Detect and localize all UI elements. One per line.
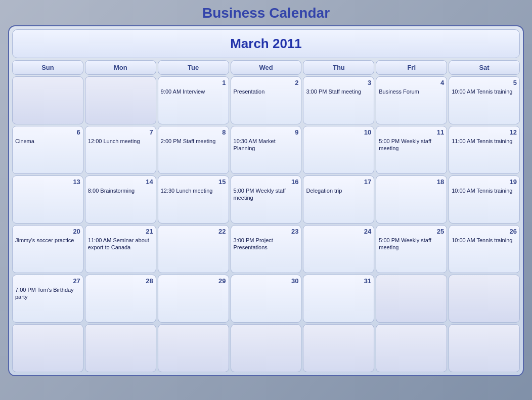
day-cell: 30: [231, 275, 302, 323]
page-title: Business Calendar: [5, 5, 527, 21]
day-cell: 910:30 AM Market Planning: [231, 126, 302, 174]
day-cell: 33:00 PM Staff meeting: [303, 76, 374, 124]
day-event: 10:30 AM Market Planning: [234, 138, 299, 152]
day-header-sun: Sun: [12, 60, 83, 75]
day-cell: [231, 324, 302, 372]
day-cell: 712:00 Lunch meeting: [85, 126, 156, 174]
day-number: 29: [161, 277, 226, 285]
day-number: 12: [452, 128, 517, 136]
day-cell: [303, 324, 374, 372]
day-number: 18: [379, 178, 444, 186]
day-number: 21: [88, 228, 153, 235]
day-event: 5:00 PM Weekly staff meeting: [379, 237, 444, 251]
day-number: 26: [452, 228, 517, 235]
day-cell: 2111:00 AM Seminar about export to Canad…: [85, 225, 156, 273]
day-cell: [376, 275, 447, 323]
day-cell: 19:00 AM Interview: [158, 76, 229, 124]
day-header-fri: Fri: [376, 60, 447, 75]
day-number: 28: [88, 277, 153, 285]
day-cell: [12, 324, 83, 372]
day-header-thu: Thu: [303, 60, 374, 75]
day-number: 13: [15, 178, 80, 186]
month-title: March 2011: [19, 36, 513, 52]
day-header-wed: Wed: [231, 60, 302, 75]
day-cell: [85, 324, 156, 372]
day-number: 24: [306, 228, 371, 235]
day-event: 2:00 PM Staff meeting: [161, 138, 226, 145]
day-number: 22: [161, 228, 226, 235]
day-cell: 24: [303, 225, 374, 273]
day-cell: 1910:00 AM Tennis training: [449, 175, 520, 224]
day-number: 9: [234, 128, 299, 136]
day-event: 5:00 PM Weekly staff meeting: [379, 138, 444, 152]
day-event: 3:00 PM Staff meeting: [306, 88, 371, 95]
calendar-grid: SunMonTueWedThuFriSat19:00 AM Interview2…: [12, 60, 520, 372]
day-cell: 165:00 PM Weekly staff meeting: [231, 175, 302, 224]
day-number: 17: [306, 178, 371, 186]
day-cell: 510:00 AM Tennis training: [449, 76, 520, 124]
month-header: March 2011: [12, 29, 520, 58]
day-number: 1: [161, 79, 226, 86]
day-header-tue: Tue: [158, 60, 229, 75]
day-cell: 29: [158, 275, 229, 323]
day-cell: 17Delegation trip: [303, 175, 374, 224]
day-number: 23: [234, 228, 299, 235]
day-cell: 82:00 PM Staff meeting: [158, 126, 229, 174]
day-event: Business Forum: [379, 88, 444, 95]
calendar-container: March 2011 SunMonTueWedThuFriSat19:00 AM…: [8, 25, 524, 376]
day-cell: [158, 324, 229, 372]
day-cell: 2610:00 AM Tennis training: [449, 225, 520, 273]
day-number: 20: [15, 228, 80, 235]
day-number: 2: [234, 79, 299, 86]
day-cell: 277:00 PM Tom's Birthday party: [12, 275, 83, 323]
day-number: 30: [234, 277, 299, 285]
day-number: 25: [379, 228, 444, 235]
day-number: 16: [234, 178, 299, 186]
day-cell: 2Presentation: [231, 76, 302, 124]
day-cell: [12, 76, 83, 124]
day-number: 14: [88, 178, 153, 186]
day-event: Delegation trip: [306, 187, 371, 194]
day-number: 19: [452, 178, 517, 186]
day-number: 3: [306, 79, 371, 86]
day-cell: 18: [376, 175, 447, 224]
day-cell: 4Business Forum: [376, 76, 447, 124]
day-event: 8:00 Brainstorming: [88, 187, 153, 194]
day-number: 8: [161, 128, 226, 136]
day-cell: [85, 76, 156, 124]
day-number: 6: [15, 128, 80, 136]
day-cell: 255:00 PM Weekly staff meeting: [376, 225, 447, 273]
day-cell: 20Jimmy's soccer practice: [12, 225, 83, 273]
day-event: 9:00 AM Interview: [161, 88, 226, 95]
day-number: 7: [88, 128, 153, 136]
day-number: 11: [379, 128, 444, 136]
day-event: 10:00 AM Tennis training: [452, 187, 517, 194]
day-number: 31: [306, 277, 371, 285]
day-cell: 10: [303, 126, 374, 174]
day-cell: 13: [12, 175, 83, 224]
day-event: 10:00 AM Tennis training: [452, 88, 517, 95]
day-cell: 115:00 PM Weekly staff meeting: [376, 126, 447, 174]
day-cell: 233:00 PM Project Presentations: [231, 225, 302, 273]
day-number: 27: [15, 277, 80, 285]
day-cell: [376, 324, 447, 372]
day-event: Presentation: [234, 88, 299, 95]
day-header-sat: Sat: [449, 60, 520, 75]
day-cell: 1211:00 AM Tennis training: [449, 126, 520, 174]
day-cell: 1512:30 Lunch meeting: [158, 175, 229, 224]
day-number: 15: [161, 178, 226, 186]
day-event: 11:00 AM Tennis training: [452, 138, 517, 145]
day-number: 4: [379, 79, 444, 86]
day-cell: [449, 324, 520, 372]
day-event: 11:00 AM Seminar about export to Canada: [88, 237, 153, 251]
day-event: 3:00 PM Project Presentations: [234, 237, 299, 251]
day-event: 12:30 Lunch meeting: [161, 187, 226, 194]
day-event: Cinema: [15, 138, 80, 145]
day-cell: 6Cinema: [12, 126, 83, 174]
day-event: 12:00 Lunch meeting: [88, 138, 153, 145]
day-cell: [449, 275, 520, 323]
day-event: 7:00 PM Tom's Birthday party: [15, 286, 80, 301]
day-header-mon: Mon: [85, 60, 156, 75]
day-event: Jimmy's soccer practice: [15, 237, 80, 244]
day-number: 5: [452, 79, 517, 86]
